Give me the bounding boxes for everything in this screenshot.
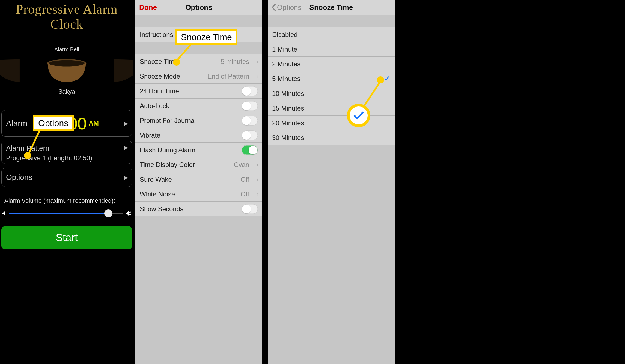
settings-row[interactable]: Sure WakeOff› bbox=[135, 172, 262, 187]
alarm-pattern-row[interactable]: Alarm Pattern Progressive 1 (Length: 02:… bbox=[1, 141, 132, 164]
toggle-switch[interactable] bbox=[242, 86, 258, 96]
row-value: End of Pattern bbox=[207, 73, 249, 80]
toggle-switch[interactable] bbox=[242, 116, 258, 126]
callout-dot bbox=[24, 152, 31, 159]
row-label: Snooze Mode bbox=[140, 73, 180, 80]
settings-row[interactable]: Vibrate bbox=[135, 128, 262, 143]
singing-bowl-icon bbox=[0, 58, 44, 83]
row-label: Show Seconds bbox=[140, 205, 183, 213]
chevron-left-icon bbox=[272, 4, 276, 11]
chevron-right-icon: ▶ bbox=[124, 144, 128, 151]
row-label: Instructions bbox=[140, 31, 173, 38]
settings-row[interactable]: Auto-Lock bbox=[135, 99, 262, 113]
row-label: White Noise bbox=[140, 190, 175, 198]
alarm-pattern-value: Progressive 1 (Length: 02:50) bbox=[6, 154, 92, 162]
row-value: Off bbox=[240, 190, 249, 198]
svg-point-1 bbox=[49, 60, 84, 67]
start-button[interactable]: Start bbox=[1, 226, 132, 249]
row-value: 5 minutes bbox=[221, 58, 249, 65]
list-item-label: 1 Minute bbox=[272, 46, 297, 53]
row-label: Snooze Time bbox=[140, 58, 178, 65]
list-item-label: 15 Minutes bbox=[272, 105, 304, 112]
chevron-right-icon: › bbox=[257, 73, 258, 80]
list-item[interactable]: 1 Minute bbox=[268, 42, 395, 57]
volume-slider-row bbox=[2, 209, 132, 217]
settings-row[interactable]: Time Display ColorCyan› bbox=[135, 157, 262, 172]
row-label: Prompt For Journal bbox=[140, 117, 196, 124]
callout-dot bbox=[377, 76, 384, 83]
alarm-clock-screen: Progressive Alarm Clock Alarm Bell Sakya… bbox=[0, 0, 133, 364]
chevron-right-icon: › bbox=[257, 191, 258, 198]
list-item-label: 10 Minutes bbox=[272, 90, 304, 97]
row-value: Cyan bbox=[234, 161, 249, 169]
list-item-label: 2 Minutes bbox=[272, 60, 300, 68]
toggle-switch[interactable] bbox=[242, 130, 258, 140]
alarm-pattern-label: Alarm Pattern bbox=[6, 144, 49, 153]
options-screen: Done Options Instructions Snooze Time5 m… bbox=[135, 0, 262, 364]
list-item[interactable]: 10 Minutes bbox=[268, 86, 395, 101]
row-label: 24 Hour Time bbox=[140, 87, 179, 95]
toggle-switch[interactable] bbox=[242, 101, 258, 111]
row-label: Time Display Color bbox=[140, 161, 195, 169]
bell-name: Sakya bbox=[0, 88, 133, 95]
callout-box: Snooze Time bbox=[175, 29, 237, 45]
bell-section-label: Alarm Bell bbox=[0, 46, 133, 53]
toggle-switch[interactable] bbox=[242, 204, 258, 214]
settings-row[interactable]: 24 Hour Time bbox=[135, 84, 262, 99]
volume-slider[interactable] bbox=[9, 209, 123, 217]
list-item[interactable]: 20 Minutes bbox=[268, 116, 395, 130]
chevron-right-icon: › bbox=[257, 58, 258, 65]
volume-low-icon bbox=[2, 211, 7, 216]
back-button[interactable]: Options bbox=[272, 3, 302, 12]
settings-row[interactable]: Snooze Time5 minutes› bbox=[135, 54, 262, 69]
nav-title: Options bbox=[185, 3, 212, 12]
singing-bowl-icon bbox=[44, 58, 89, 83]
list-item[interactable]: 30 Minutes bbox=[268, 130, 395, 145]
callout-circle bbox=[347, 104, 370, 127]
callout-dot bbox=[173, 59, 180, 66]
settings-row[interactable]: Flash During Alarm bbox=[135, 143, 262, 157]
chevron-right-icon: ▶ bbox=[124, 174, 128, 181]
list-item[interactable]: 15 Minutes bbox=[268, 101, 395, 116]
list-item-label: Disabled bbox=[272, 31, 297, 38]
done-button[interactable]: Done bbox=[139, 3, 157, 12]
list-item-label: 20 Minutes bbox=[272, 119, 304, 127]
row-label: Vibrate bbox=[140, 132, 160, 139]
callout-box: Options bbox=[33, 115, 74, 131]
checkmark-icon: ✓ bbox=[384, 74, 390, 83]
list-item[interactable]: 5 Minutes✓ bbox=[268, 71, 395, 86]
toggle-switch[interactable] bbox=[242, 145, 258, 155]
volume-label: Alarm Volume (maximum recommended): bbox=[4, 197, 133, 204]
list-item-label: 30 Minutes bbox=[272, 134, 304, 142]
row-label: Sure Wake bbox=[140, 176, 172, 183]
nav-bar: Done Options bbox=[135, 0, 262, 15]
app-title: Progressive Alarm Clock bbox=[0, 0, 133, 32]
settings-row[interactable]: White NoiseOff› bbox=[135, 187, 262, 202]
options-label: Options bbox=[6, 173, 32, 182]
list-item[interactable]: Disabled bbox=[268, 27, 395, 42]
chevron-right-icon: › bbox=[257, 161, 258, 168]
row-label: Flash During Alarm bbox=[140, 146, 195, 154]
alarm-time-ampm: AM bbox=[89, 120, 99, 127]
settings-row[interactable]: Snooze ModeEnd of Pattern› bbox=[135, 69, 262, 84]
volume-high-icon bbox=[126, 211, 132, 216]
nav-title: Snooze Time bbox=[309, 3, 353, 12]
options-row[interactable]: Options ▶ bbox=[1, 168, 132, 187]
row-label: Auto-Lock bbox=[140, 102, 169, 110]
settings-row[interactable]: Show Seconds bbox=[135, 202, 262, 216]
checkmark-icon bbox=[353, 111, 364, 120]
chevron-right-icon: › bbox=[257, 176, 258, 183]
chevron-right-icon: ▶ bbox=[124, 120, 128, 127]
nav-bar: Options Snooze Time bbox=[268, 0, 395, 15]
list-item-label: 5 Minutes bbox=[272, 75, 300, 83]
settings-row[interactable]: Prompt For Journal bbox=[135, 113, 262, 128]
bell-picker[interactable] bbox=[0, 58, 133, 83]
snooze-time-screen: Options Snooze Time Disabled1 Minute2 Mi… bbox=[268, 0, 395, 364]
row-value: Off bbox=[240, 176, 249, 183]
singing-bowl-icon bbox=[89, 58, 133, 83]
list-item[interactable]: 2 Minutes bbox=[268, 57, 395, 71]
